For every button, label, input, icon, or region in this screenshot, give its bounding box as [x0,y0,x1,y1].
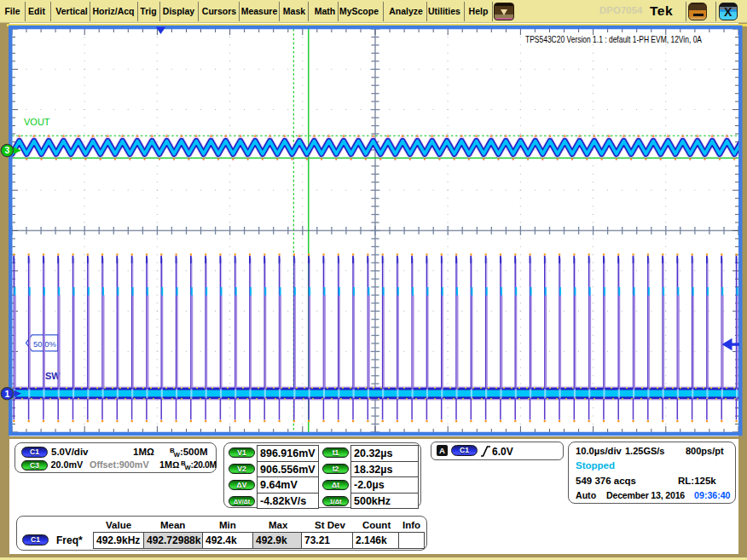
svg-text:VOUT: VOUT [24,117,50,127]
svg-text:TPS543C20 Version 1.1 : defaul: TPS543C20 Version 1.1 : default 1-PH EVM… [525,35,702,44]
svg-text:3: 3 [4,145,9,155]
svg-text:1: 1 [4,389,9,399]
